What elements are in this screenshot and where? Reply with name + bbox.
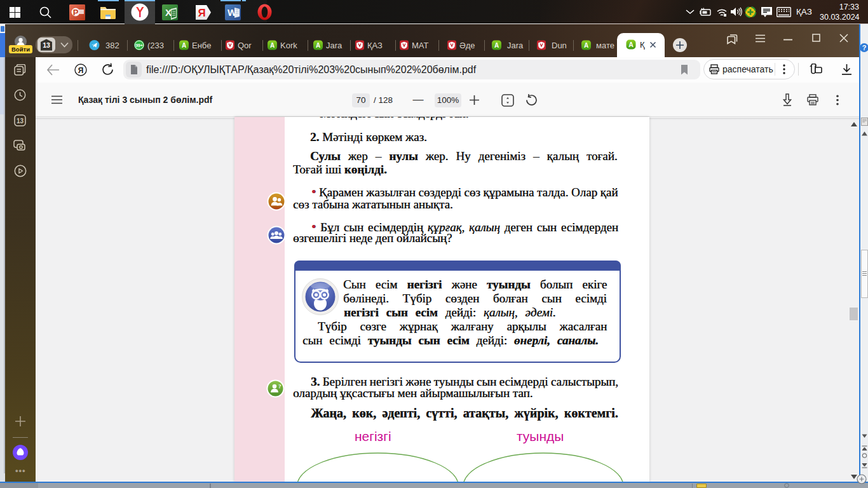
svg-text:?: ? [862, 44, 867, 51]
svg-text:?: ? [278, 383, 281, 390]
svg-text:Я: Я [198, 7, 205, 19]
svg-text:мате: мате [596, 41, 614, 50]
svg-text:(233: (233 [147, 41, 164, 50]
svg-text:Qor: Qor [238, 41, 252, 50]
svg-text:P: P [73, 8, 79, 17]
svg-text:Dun: Dun [552, 41, 567, 50]
svg-text:Я: Я [78, 66, 84, 75]
svg-text:99+: 99+ [135, 43, 142, 48]
svg-text:ҚАЗ: ҚАЗ [367, 41, 383, 50]
svg-text:13: 13 [17, 118, 24, 125]
svg-text:Jara: Jara [326, 41, 342, 50]
svg-text:X: X [165, 7, 172, 18]
svg-text:Jara: Jara [507, 41, 524, 50]
svg-text:МАТ: МАТ [412, 41, 428, 50]
svg-text:382: 382 [105, 41, 119, 50]
svg-text:A: A [628, 41, 634, 48]
svg-text:Kork: Kork [280, 41, 297, 50]
svg-text:Әде: Әде [459, 41, 475, 50]
svg-text:Енбе: Енбе [192, 41, 211, 50]
